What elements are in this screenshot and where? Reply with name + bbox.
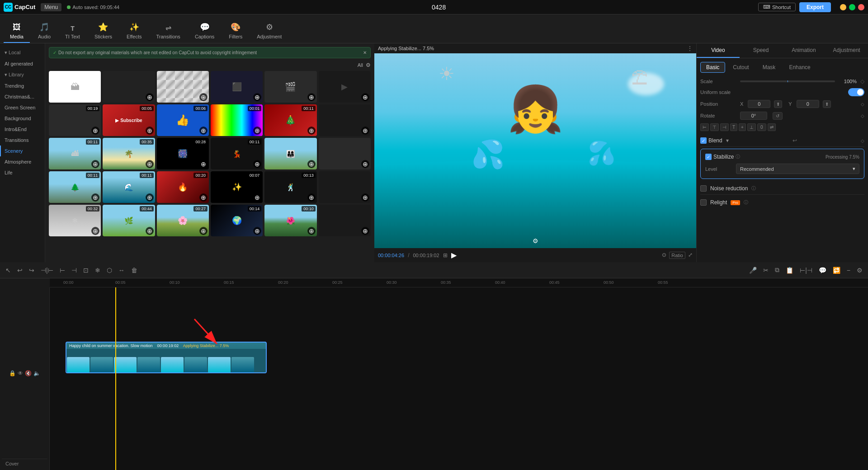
sidebar-item-intro-end[interactable]: Intro&End (0, 124, 45, 135)
sub-tab-mask[interactable]: Mask (757, 62, 782, 73)
uniform-scale-toggle[interactable] (848, 88, 864, 96)
tab-captions[interactable]: 💬 Captions (189, 19, 221, 43)
add-media-icon[interactable]: ⊕ (146, 193, 154, 202)
media-item-15[interactable]: 🎆 00:28 ⊕ (157, 138, 209, 169)
settings-tl-btn[interactable]: ⚙ (855, 266, 864, 275)
right-tab-adjustment[interactable]: Adjustment (825, 43, 868, 58)
align-right-icon[interactable]: ⊣ (720, 123, 729, 131)
add-media-icon[interactable]: ⊕ (307, 127, 316, 135)
media-item-28[interactable]: 🌍 00:14 ⊕ (211, 205, 263, 236)
tab-audio[interactable]: 🎵 Audio (32, 19, 57, 43)
video-clip[interactable]: Happy child on summer vacation. Slow mot… (66, 342, 267, 373)
add-media-icon[interactable]: ⊕ (361, 227, 369, 235)
crop-btn[interactable]: ⊡ (81, 266, 90, 275)
position-x-input[interactable] (748, 100, 770, 108)
position-y-input[interactable] (797, 100, 819, 108)
media-item-18[interactable]: ⊕ (319, 138, 371, 169)
tab-stickers[interactable]: ⭐ Stickers (88, 19, 118, 43)
sidebar-item-scenery[interactable]: Scenery (0, 146, 45, 156)
media-item-26[interactable]: 🌿 00:44 ⊕ (103, 205, 155, 236)
sidebar-item-atmosphere[interactable]: Atmosphere (0, 156, 45, 167)
expand-icon[interactable]: ⤢ (688, 252, 693, 259)
media-item-19[interactable]: 🌲 00:11 ⊕ (49, 171, 101, 203)
add-media-icon[interactable]: ⊕ (91, 227, 99, 235)
add-media-icon[interactable]: ⊕ (307, 193, 316, 202)
sidebar-item-trending[interactable]: Trending (0, 80, 45, 91)
level-select[interactable]: Recommended ▾ (736, 164, 859, 174)
right-tab-video[interactable]: Video (697, 43, 740, 58)
auto-reframe-btn[interactable]: ⬡ (105, 266, 114, 275)
all-label[interactable]: All (358, 62, 363, 68)
split-tl-btn[interactable]: ⊢|⊣ (798, 266, 814, 275)
track-speaker-btn[interactable]: 🔈 (33, 370, 40, 376)
export-button[interactable]: Export (799, 2, 831, 12)
media-item-22[interactable]: ✨ 00:07 ⊕ (211, 171, 263, 203)
add-media-icon[interactable]: ⊕ (199, 127, 208, 135)
sidebar-item-christmas[interactable]: Christmas&... (0, 91, 45, 102)
grid-icon[interactable]: ⊞ (443, 252, 448, 258)
align-distribute-icon[interactable]: ⇌ (768, 123, 776, 131)
tab-filters[interactable]: 🎨 Filters (222, 19, 249, 43)
add-media-icon[interactable]: ⊕ (253, 127, 261, 135)
delete-btn[interactable]: 🗑 (129, 266, 139, 275)
subtitle-btn[interactable]: 💬 (817, 266, 828, 275)
blend-undo-icon[interactable]: ↩ (793, 137, 797, 144)
sidebar-item-background[interactable]: Background (0, 113, 45, 124)
sidebar-item-transitions[interactable]: Transitions (0, 135, 45, 146)
maximize-button[interactable] (849, 4, 855, 10)
media-item-24[interactable]: ⊕ (319, 171, 371, 203)
media-item-27[interactable]: 🌸 00:27 ⊕ (157, 205, 209, 236)
add-media-icon[interactable]: ⊕ (91, 160, 99, 168)
filter-icon[interactable]: ⚙ (366, 62, 371, 68)
noise-info-icon[interactable]: ⓘ (751, 185, 756, 192)
add-media-icon[interactable]: ⊕ (361, 160, 369, 168)
position-x-spinup[interactable]: ⬆ (774, 100, 782, 108)
add-media-icon[interactable]: ⊕ (146, 127, 154, 135)
media-item-9[interactable]: 👍 00:06 ⊕ (157, 104, 209, 136)
stabilize-checkbox[interactable]: ✓ (705, 154, 712, 160)
preview-menu-icon[interactable]: ⋮ (687, 45, 693, 52)
preview-settings-icon[interactable]: ⚙ (533, 237, 538, 244)
cursor-tool-btn[interactable]: ↖ (4, 266, 13, 275)
tab-media[interactable]: 🖼 Media (4, 20, 30, 43)
media-item-12[interactable]: ⊕ (319, 104, 371, 136)
noise-checkbox[interactable]: ✓ (700, 185, 707, 192)
split-btn[interactable]: ⊣|⊢ (39, 266, 55, 275)
media-item-4[interactable]: ⬛ ⊕ (211, 71, 263, 103)
blend-expand-icon[interactable]: ▾ (726, 137, 729, 144)
trim-after-btn[interactable]: ⊣ (70, 266, 79, 275)
add-media-icon[interactable]: ⊕ (91, 127, 99, 135)
minus-btn[interactable]: − (845, 266, 852, 275)
media-item-16[interactable]: 💃 00:11 ⊕ (211, 138, 263, 169)
media-item-3[interactable]: ⊕ (157, 71, 209, 103)
media-item-30[interactable]: ⊕ (319, 205, 371, 236)
media-item-25[interactable]: ❄ 00:32 ⊕ (49, 205, 101, 236)
sub-tab-basic[interactable]: Basic (700, 62, 725, 73)
align-left-icon[interactable]: ⊢ (700, 123, 709, 131)
minimize-button[interactable] (840, 4, 846, 10)
media-item-13[interactable]: 🏙 00:11 ⊕ (49, 138, 101, 169)
add-media-icon[interactable]: ⊕ (307, 160, 316, 168)
media-item-23[interactable]: 🕺 00:13 ⊕ (264, 171, 316, 203)
media-item-5[interactable]: 🎬 ⊕ (264, 71, 316, 103)
add-media-icon[interactable]: ⊕ (307, 93, 316, 101)
sidebar-section-library[interactable]: ▾ Library (0, 69, 45, 80)
add-media-icon[interactable]: ⊕ (253, 193, 261, 202)
close-button[interactable] (858, 4, 864, 10)
speed-ramp-btn[interactable]: ↔ (117, 266, 127, 275)
copy-btn[interactable]: ⧉ (773, 265, 781, 275)
undo-btn[interactable]: ↩ (15, 266, 24, 275)
media-item-17[interactable]: 👨‍👩‍👧 ⊕ (264, 138, 316, 169)
add-media-icon[interactable]: ⊕ (307, 227, 316, 235)
add-media-icon[interactable]: ⊕ (146, 93, 154, 101)
fullscreen-icon[interactable]: ⊙ (662, 252, 666, 259)
add-media-icon[interactable]: ⊕ (199, 160, 208, 168)
add-media-icon[interactable]: ⊕ (361, 193, 369, 202)
add-media-icon[interactable]: ⊕ (146, 227, 154, 235)
rotate-input[interactable] (740, 112, 767, 120)
track-eye-btn[interactable]: 👁 (18, 370, 23, 376)
sub-tab-cutout[interactable]: Cutout (727, 62, 755, 73)
align-top-icon[interactable]: T (730, 123, 737, 131)
tab-text[interactable]: T TI Text (59, 22, 86, 43)
add-media-icon[interactable]: ⊕ (361, 93, 369, 101)
